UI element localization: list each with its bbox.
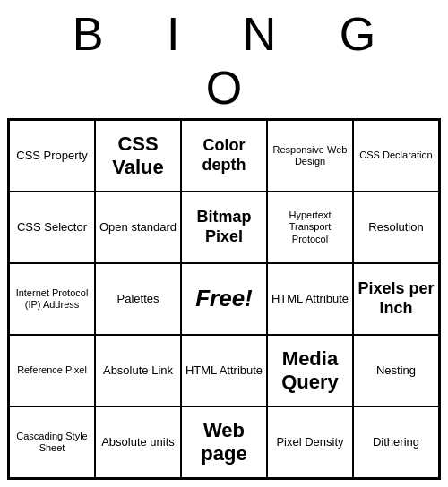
bingo-cell-12: Free! bbox=[181, 263, 267, 335]
bingo-cell-4: CSS Declaration bbox=[353, 120, 439, 192]
bingo-cell-13: HTML Attribute bbox=[267, 263, 353, 335]
bingo-cell-1: CSS Value bbox=[95, 120, 181, 192]
bingo-cell-20: Cascading Style Sheet bbox=[9, 406, 95, 478]
bingo-cell-6: Open standard bbox=[95, 192, 181, 263]
bingo-cell-24: Dithering bbox=[353, 406, 439, 478]
bingo-cell-23: Pixel Density bbox=[267, 406, 353, 478]
bingo-cell-2: Color depth bbox=[181, 120, 267, 192]
bingo-cell-21: Absolute units bbox=[95, 406, 181, 478]
bingo-cell-14: Pixels per Inch bbox=[353, 263, 439, 335]
bingo-grid: CSS PropertyCSS ValueColor depthResponsi… bbox=[7, 118, 441, 480]
bingo-cell-15: Reference Pixel bbox=[9, 335, 95, 406]
bingo-cell-11: Palettes bbox=[95, 263, 181, 335]
bingo-cell-9: Resolution bbox=[353, 192, 439, 263]
bingo-cell-3: Responsive Web Design bbox=[267, 120, 353, 192]
bingo-cell-5: CSS Selector bbox=[9, 192, 95, 263]
bingo-cell-0: CSS Property bbox=[9, 120, 95, 192]
bingo-cell-19: Nesting bbox=[353, 335, 439, 406]
bingo-title: B I N G O bbox=[7, 7, 441, 115]
bingo-cell-17: HTML Attribute bbox=[181, 335, 267, 406]
bingo-cell-7: Bitmap Pixel bbox=[181, 192, 267, 263]
bingo-cell-8: Hypertext Transport Protocol bbox=[267, 192, 353, 263]
bingo-cell-18: Media Query bbox=[267, 335, 353, 406]
bingo-cell-16: Absolute Link bbox=[95, 335, 181, 406]
bingo-cell-10: Internet Protocol (IP) Address bbox=[9, 263, 95, 335]
bingo-cell-22: Web page bbox=[181, 406, 267, 478]
